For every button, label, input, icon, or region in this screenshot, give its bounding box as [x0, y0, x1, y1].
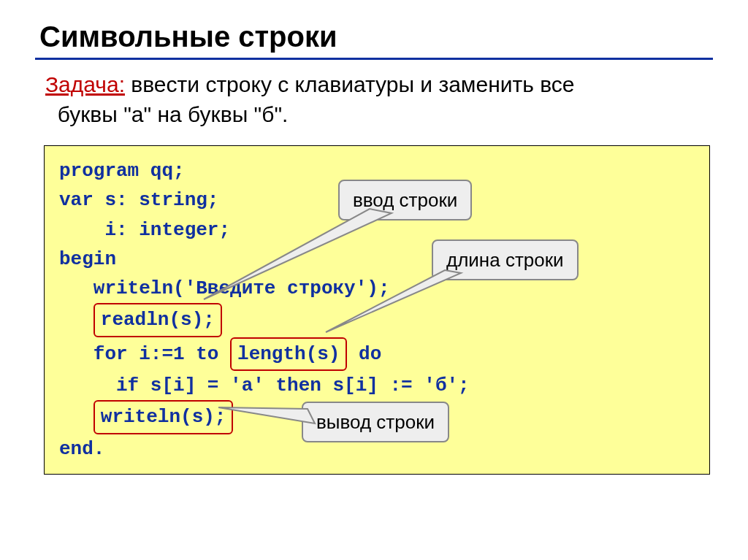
task-text: ввести строку с клавиатуры и заменить вс…: [45, 72, 574, 126]
title-underline: [35, 58, 713, 60]
task-paragraph: Задача: ввести строку с клавиатуры и зам…: [45, 70, 713, 129]
callout-input: ввод строки: [338, 180, 472, 220]
code-line-5: writeln('Введите строку');: [59, 274, 695, 303]
callout-length: длина строки: [432, 239, 579, 280]
writeln-highlight: writeln(s);: [94, 400, 234, 434]
callout-output: вывод строки: [302, 402, 449, 442]
slide-title: Символьные строки: [39, 20, 713, 53]
length-highlight: length(s): [230, 337, 347, 371]
code-line-7: for i:=1 to length(s) do: [59, 337, 695, 371]
readln-highlight: readln(s);: [94, 303, 222, 337]
code-line-4: begin: [59, 245, 695, 274]
code-line-8: if s[i] = 'а' then s[i] := 'б';: [59, 371, 695, 400]
task-label: Задача:: [45, 72, 125, 96]
code-line-6: readln(s);: [59, 303, 695, 337]
code-box: program qq; var s: string; i: integer; b…: [44, 145, 710, 475]
